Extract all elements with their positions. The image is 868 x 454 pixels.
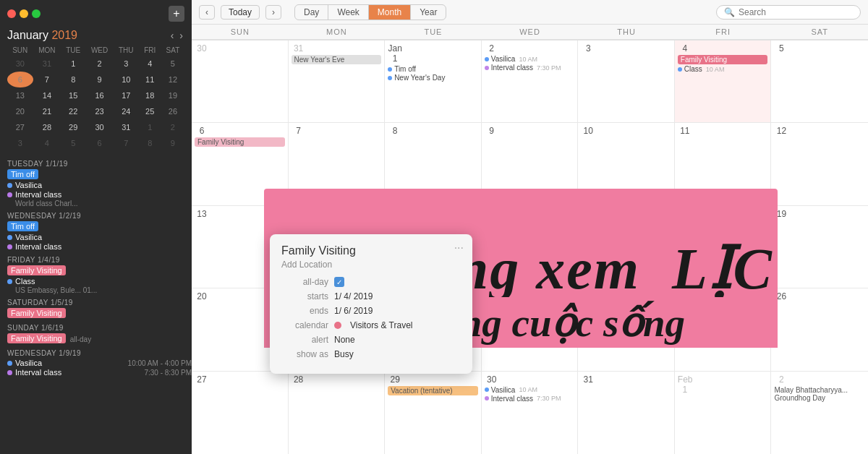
- mini-day[interactable]: 31: [33, 56, 61, 72]
- prev-month-button[interactable]: ‹: [169, 30, 176, 41]
- event-time: 10 AM: [519, 56, 537, 63]
- maximize-button[interactable]: [32, 9, 41, 18]
- mini-day[interactable]: 7: [33, 72, 61, 87]
- mini-day[interactable]: 23: [85, 103, 114, 119]
- day-cell[interactable]: 4 Family Visiting Class 10 AM: [675, 40, 772, 123]
- mini-day[interactable]: 11: [139, 72, 161, 87]
- prev-button[interactable]: ‹: [199, 5, 215, 20]
- mini-day[interactable]: 4: [139, 56, 161, 72]
- mini-day[interactable]: 9: [85, 72, 114, 87]
- day-cell[interactable]: 5: [771, 40, 868, 123]
- cal-event[interactable]: Vacation (tentative): [388, 386, 478, 395]
- mini-day[interactable]: 19: [161, 87, 184, 103]
- mini-day[interactable]: 16: [85, 87, 114, 103]
- family-visiting-tag[interactable]: Family Visiting: [7, 308, 66, 318]
- mini-day[interactable]: 8: [61, 72, 85, 87]
- search-input[interactable]: [739, 7, 853, 17]
- today-button[interactable]: Today: [221, 5, 260, 20]
- mini-day[interactable]: 30: [85, 119, 114, 135]
- day-cell[interactable]: 26: [771, 288, 868, 371]
- mini-day[interactable]: 2: [161, 119, 184, 135]
- mini-day[interactable]: 7: [114, 135, 139, 151]
- mini-day[interactable]: 9: [161, 135, 184, 151]
- popup-row-calendar: calendar Visitors & Travel: [281, 320, 461, 330]
- day-cell[interactable]: Jan 1 Tim off New Year's Day: [385, 40, 482, 123]
- day-cell[interactable]: 30 Vasilica 10 AM Interval class 7:30 PM: [482, 372, 579, 454]
- mini-day-today[interactable]: 6: [7, 72, 33, 87]
- event-tag[interactable]: Tim off: [7, 221, 38, 231]
- day-cell[interactable]: 3: [578, 40, 675, 123]
- search-box[interactable]: 🔍: [716, 5, 861, 20]
- mini-day[interactable]: 4: [33, 135, 61, 151]
- mini-day[interactable]: 17: [114, 87, 139, 103]
- day-cell[interactable]: 29 Vacation (tentative): [385, 372, 482, 454]
- mini-day[interactable]: 29: [61, 119, 85, 135]
- cal-event[interactable]: New Year's Eve: [292, 55, 382, 64]
- mini-day[interactable]: 5: [161, 56, 184, 72]
- mini-day[interactable]: 26: [161, 103, 184, 119]
- day-cell[interactable]: 19: [771, 206, 868, 288]
- day-cell[interactable]: 2 Malay Bhattacharyya... Groundhog Day: [771, 372, 868, 454]
- dot-blue: [485, 57, 489, 61]
- mini-day[interactable]: 3: [7, 135, 33, 151]
- family-visiting-tag[interactable]: Family Visiting: [7, 265, 66, 275]
- mini-day[interactable]: 20: [7, 103, 33, 119]
- mini-day[interactable]: 25: [139, 103, 161, 119]
- day-cell[interactable]: Feb 1: [675, 372, 772, 454]
- event-row: Class: [7, 277, 192, 286]
- sidebar: + January 2019 ‹ › SUN MON TUE WED THU: [0, 0, 192, 454]
- week-view-button[interactable]: Week: [328, 5, 368, 20]
- mini-day[interactable]: 21: [33, 103, 61, 119]
- day-cell[interactable]: 31: [578, 372, 675, 454]
- view-toggle: Day Week Month Year: [294, 4, 446, 20]
- day-cell[interactable]: 28: [289, 372, 386, 454]
- mini-day[interactable]: 30: [7, 56, 33, 72]
- year-view-button[interactable]: Year: [411, 5, 446, 20]
- mini-day[interactable]: 14: [33, 87, 61, 103]
- event-tag[interactable]: Tim off: [7, 169, 38, 179]
- event-dot-blue: [7, 235, 12, 240]
- next-month-button[interactable]: ›: [178, 30, 184, 41]
- mini-day[interactable]: 24: [114, 103, 139, 119]
- mini-day[interactable]: 22: [61, 103, 85, 119]
- day-num: 9: [485, 126, 499, 136]
- next-button[interactable]: ›: [265, 5, 281, 20]
- popup-row-alert: alert None: [281, 335, 461, 345]
- family-visiting-event[interactable]: Family Visiting: [195, 137, 285, 147]
- allday-checkbox[interactable]: ✓: [334, 277, 344, 287]
- family-visiting-event[interactable]: Family Visiting: [678, 55, 768, 64]
- mini-day[interactable]: 15: [61, 87, 85, 103]
- mini-day[interactable]: 13: [7, 87, 33, 103]
- mini-calendar: January 2019 ‹ › SUN MON TUE WED THU FRI…: [0, 25, 192, 155]
- mini-day[interactable]: 12: [161, 72, 184, 87]
- family-visiting-tag[interactable]: Family Visiting: [7, 333, 66, 343]
- mini-day[interactable]: 27: [7, 119, 33, 135]
- mini-day[interactable]: 8: [139, 135, 161, 151]
- day-cell[interactable]: 31 New Year's Eve: [289, 40, 386, 123]
- day-num: 2: [485, 43, 499, 53]
- mini-day[interactable]: 10: [114, 72, 139, 87]
- mini-day[interactable]: 31: [114, 119, 139, 135]
- mini-day[interactable]: 1: [139, 119, 161, 135]
- minimize-button[interactable]: [20, 9, 28, 18]
- day-cell[interactable]: 27: [192, 372, 289, 454]
- day-num: 13: [195, 209, 209, 219]
- day-cell[interactable]: 2 Vasilica 10 AM Interval class 7:30 PM: [482, 40, 579, 123]
- close-button[interactable]: [7, 9, 16, 18]
- add-event-button[interactable]: +: [169, 6, 184, 22]
- mini-day[interactable]: 28: [33, 119, 61, 135]
- day-cell[interactable]: 30: [192, 40, 289, 123]
- mini-day[interactable]: 2: [85, 56, 114, 72]
- day-view-button[interactable]: Day: [295, 5, 328, 20]
- event-row: Vasilica 10:00 AM - 4:00 PM: [7, 359, 192, 367]
- mini-day[interactable]: 18: [139, 87, 161, 103]
- popup-add-location[interactable]: Add Location: [281, 260, 461, 270]
- event-time: 7:30 - 8:30 PM: [144, 369, 192, 377]
- day-cell[interactable]: 12: [771, 123, 868, 205]
- mini-day[interactable]: 5: [61, 135, 85, 151]
- popup-close-button[interactable]: ···: [454, 241, 464, 254]
- month-view-button[interactable]: Month: [369, 5, 411, 20]
- mini-day[interactable]: 3: [114, 56, 139, 72]
- mini-day[interactable]: 6: [85, 135, 114, 151]
- mini-day[interactable]: 1: [61, 56, 85, 72]
